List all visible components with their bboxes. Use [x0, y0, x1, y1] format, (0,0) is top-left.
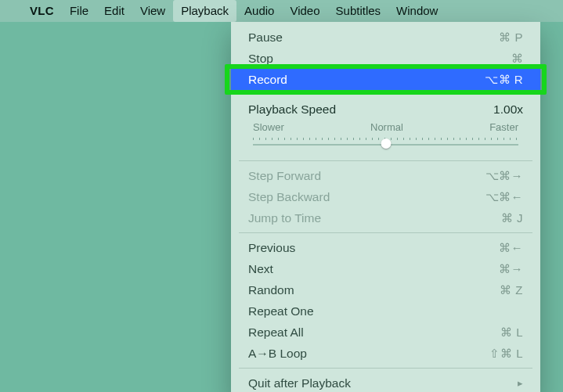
menu-shortcut: ⌘←: [499, 241, 523, 255]
menu-label: Stop: [248, 52, 273, 66]
menu-label: Previous: [248, 241, 295, 255]
slider-thumb[interactable]: [381, 138, 391, 149]
menu-separator: [239, 94, 532, 95]
menubar-item-edit[interactable]: Edit: [96, 0, 132, 22]
menu-shortcut: ⌥⌘←: [485, 190, 524, 204]
speed-mark-faster: Faster: [489, 121, 518, 133]
menubar-item-file[interactable]: File: [62, 0, 96, 22]
menu-shortcut: ⇧⌘ L: [489, 347, 523, 361]
speed-mark-slower: Slower: [253, 121, 284, 133]
menu-label: Record: [248, 73, 287, 87]
menu-shortcut: ⌥⌘→: [485, 169, 524, 183]
menu-label: Jump to Time: [248, 211, 321, 225]
menu-shortcut: ⌘ L: [500, 325, 523, 340]
menu-shortcut: ⌘→: [499, 262, 523, 276]
menu-item-repeat-all[interactable]: Repeat All ⌘ L: [231, 322, 540, 343]
menubar-item-audio[interactable]: Audio: [236, 0, 282, 22]
menu-item-stop[interactable]: Stop ⌘: [231, 48, 540, 69]
menu-separator: [239, 368, 532, 369]
menu-label: Quit after Playback: [248, 376, 351, 390]
menu-item-repeat-one[interactable]: Repeat One: [231, 300, 540, 322]
menu-item-jump-to-time[interactable]: Jump to Time ⌘ J: [231, 207, 540, 228]
menu-label: Playback Speed: [248, 102, 336, 117]
menu-item-step-backward[interactable]: Step Backward ⌥⌘←: [231, 186, 540, 207]
menu-shortcut: ⌥⌘ R: [485, 73, 523, 87]
menu-item-next[interactable]: Next ⌘→: [231, 258, 540, 279]
menu-shortcut: ⌘: [511, 52, 524, 66]
menubar-item-window[interactable]: Window: [388, 0, 446, 22]
menu-separator: [239, 232, 532, 233]
menubar-app-name[interactable]: VLC: [22, 0, 62, 22]
menu-item-random[interactable]: Random ⌘ Z: [231, 279, 540, 300]
menubar: VLC File Edit View Playback Audio Video …: [0, 0, 563, 22]
menu-label: Repeat One: [248, 304, 314, 318]
speed-mark-normal: Normal: [370, 121, 403, 133]
menu-label: Next: [248, 262, 273, 276]
menubar-item-view[interactable]: View: [132, 0, 173, 22]
menu-label: Pause: [248, 31, 283, 45]
menu-separator: [239, 160, 532, 161]
menubar-item-video[interactable]: Video: [282, 0, 327, 22]
menu-item-playback-speed: Playback Speed 1.00x Slower Normal Faste…: [231, 99, 540, 156]
menu-item-ab-loop[interactable]: A→B Loop ⇧⌘ L: [231, 343, 540, 364]
playback-speed-value: 1.00x: [493, 102, 523, 117]
menubar-item-subtitles[interactable]: Subtitles: [328, 0, 389, 22]
menubar-item-playback[interactable]: Playback: [173, 0, 236, 22]
menu-label: Step Forward: [248, 169, 321, 183]
menu-item-step-forward[interactable]: Step Forward ⌥⌘→: [231, 165, 540, 186]
menu-label: Step Backward: [248, 190, 330, 204]
menu-item-record[interactable]: Record ⌥⌘ R: [231, 69, 540, 90]
menu-item-previous[interactable]: Previous ⌘←: [231, 237, 540, 258]
menu-shortcut: ⌘ P: [499, 31, 523, 45]
menu-item-pause[interactable]: Pause ⌘ P: [231, 27, 540, 48]
submenu-chevron-icon: ▸: [518, 377, 523, 389]
menu-label: Repeat All: [248, 325, 304, 340]
speed-slider-marks: Slower Normal Faster: [253, 121, 518, 133]
menu-shortcut: ⌘ J: [501, 211, 523, 225]
menu-label: A→B Loop: [248, 347, 307, 361]
menu-label: Random: [248, 283, 294, 297]
playback-menu: Pause ⌘ P Stop ⌘ Record ⌥⌘ R Playback Sp…: [231, 22, 540, 392]
menu-item-quit-after-playback[interactable]: Quit after Playback ▸: [231, 372, 540, 392]
playback-speed-slider[interactable]: [253, 136, 518, 147]
menu-shortcut: ⌘ Z: [500, 283, 523, 297]
